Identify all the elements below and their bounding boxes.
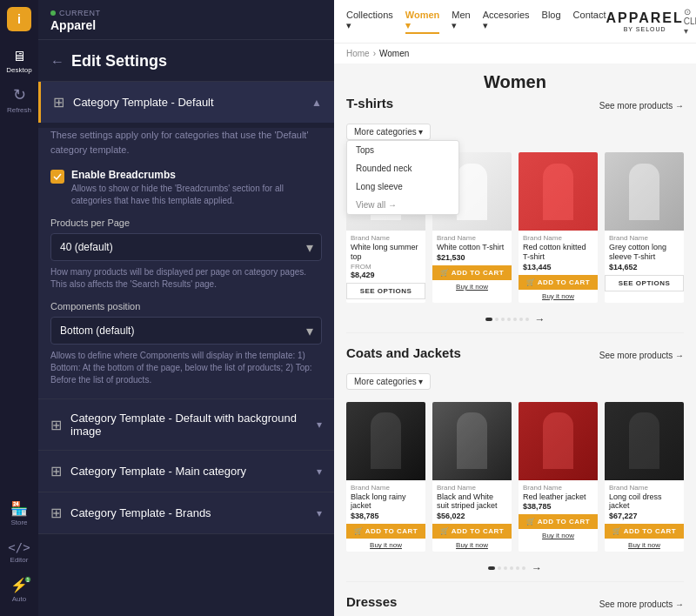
- buy-now-link[interactable]: Buy it now: [519, 290, 598, 303]
- dropdown-view-all[interactable]: View all →: [347, 196, 458, 214]
- breadcrumb-home[interactable]: Home: [346, 49, 370, 58]
- template-brands-header[interactable]: ⊞ Category Template - Brands ▾: [38, 492, 334, 533]
- jackets-section: Coats and Jackets See more products → Mo…: [334, 337, 696, 402]
- store-brand: APPAREL BY SELOUD: [606, 10, 684, 32]
- sidebar-item-store[interactable]: 🏪 Store: [3, 494, 35, 532]
- template-default-section: ⊞ Category Template - Default ▲ These se…: [38, 82, 334, 399]
- nav-men[interactable]: Men ▾: [452, 10, 470, 34]
- product-image: [346, 402, 425, 480]
- pagination-dot: [510, 566, 513, 570]
- template-brands-title: Category Template - Brands: [70, 506, 211, 519]
- chevron-up-icon: ▲: [311, 97, 322, 109]
- product-card: Brand Name Black long rainy jacket $38,7…: [346, 402, 425, 552]
- template-default-content: These settings apply only for categories…: [38, 128, 334, 398]
- product-name: Long coil dress jacket: [609, 492, 679, 512]
- product-card: Brand Name Grey cotton long sleeve T-shi…: [605, 152, 684, 303]
- add-to-cart-button[interactable]: 🛒 ADD TO CART: [605, 524, 684, 539]
- dresses-see-more[interactable]: See more products →: [599, 599, 684, 609]
- sidebar-item-auto[interactable]: ⚡ Auto 1: [3, 571, 35, 609]
- pagination-dot: [495, 318, 499, 321]
- breadcrumbs-desc: Allows to show or hide the 'Breadcrumbs'…: [71, 183, 322, 207]
- product-price: $21,530: [437, 253, 507, 262]
- buy-now-link[interactable]: Buy it now: [432, 539, 512, 552]
- template-main-category-header[interactable]: ⊞ Category Template - Main category ▾: [38, 451, 334, 492]
- breadcrumbs-label: Enable Breadcrumbs: [71, 169, 322, 181]
- product-card: Brand Name Red leather jacket $38,785 🛒 …: [519, 402, 598, 552]
- add-to-cart-button[interactable]: 🛒 ADD TO CART: [519, 514, 598, 529]
- tshirts-header: T-shirts See more products →: [346, 96, 684, 116]
- more-categories-btn[interactable]: More categories ▾: [346, 124, 431, 140]
- add-to-cart-button[interactable]: 🛒 ADD TO CART: [519, 275, 598, 290]
- product-name: White long summer top: [351, 243, 421, 262]
- template-main-category-section: ⊞ Category Template - Main category ▾: [38, 451, 334, 492]
- sidebar-item-refresh[interactable]: ↻ Refresh: [3, 80, 35, 118]
- nav-contact[interactable]: Contact: [573, 10, 606, 34]
- breadcrumb-current: Women: [379, 49, 409, 58]
- sidebar-item-editor[interactable]: </> Editor: [3, 532, 35, 571]
- app-logo: i: [7, 7, 31, 31]
- jackets-see-more[interactable]: See more products →: [599, 351, 684, 360]
- add-to-cart-button[interactable]: 🛒 ADD TO CART: [346, 524, 425, 539]
- chevron-down-icon-4: ▾: [317, 507, 322, 519]
- product-brand: Brand Name: [437, 484, 507, 492]
- add-to-cart-button[interactable]: 🛒 ADD TO CART: [432, 524, 512, 539]
- back-button[interactable]: ←: [50, 54, 64, 70]
- buy-now-link[interactable]: Buy it now: [519, 529, 598, 542]
- pagination-dot: [498, 566, 501, 570]
- product-image: [605, 402, 684, 480]
- components-position-select[interactable]: Bottom (default) Top: [50, 317, 322, 345]
- nav-blog[interactable]: Blog: [542, 10, 561, 34]
- add-to-cart-button[interactable]: 🛒 ADD TO CART: [432, 265, 512, 280]
- buy-now-link[interactable]: Buy it now: [605, 539, 684, 552]
- pagination-dot: [513, 318, 517, 321]
- products-per-page-select-wrapper: 40 (default) 10 20 60 80: [50, 233, 322, 261]
- more-categories-wrapper: More categories ▾ Tops Rounded neck Long…: [346, 124, 431, 140]
- sidebar-editor-label: Editor: [10, 556, 29, 564]
- buy-now-link[interactable]: Buy it now: [346, 539, 425, 552]
- sidebar-item-desktop[interactable]: 🖥 Desktop: [3, 42, 35, 80]
- women-section: Women T-shirts See more products → More …: [334, 64, 696, 152]
- breadcrumb: Home › Women: [334, 44, 696, 64]
- template-default-header[interactable]: ⊞ Category Template - Default ▲: [38, 82, 334, 123]
- products-per-page-select[interactable]: 40 (default) 10 20 60 80: [50, 233, 322, 261]
- see-options-button[interactable]: SEE OPTIONS: [346, 283, 425, 299]
- category-title: Women: [346, 72, 684, 92]
- dresses-section: Dresses See more products →: [334, 586, 696, 616]
- store-nav-right: ⊙ CLP ▾ 🌐 EN ▾ 🔍 Search 👤 Login / Regist…: [684, 7, 696, 36]
- store-icon: 🏪: [10, 500, 28, 517]
- grid-icon-3: ⊞: [50, 463, 62, 479]
- dropdown-tops[interactable]: Tops: [347, 141, 458, 159]
- tshirts-see-more[interactable]: See more products →: [599, 101, 684, 110]
- nav-accessories[interactable]: Accesories ▾: [483, 10, 530, 34]
- status-dot: [50, 10, 56, 16]
- nav-collections[interactable]: Collections ▾: [346, 10, 393, 34]
- checkmark-icon: [53, 172, 62, 181]
- buy-now-link[interactable]: Buy it now: [432, 280, 512, 293]
- dropdown-long-sleeve[interactable]: Long sleeve: [347, 177, 458, 196]
- pagination-next[interactable]: →: [535, 313, 545, 325]
- edit-settings-header: ← Edit Settings: [38, 40, 334, 82]
- template-default-bg-header[interactable]: ⊞ Category Template - Default with backg…: [38, 399, 334, 450]
- jackets-more-btn[interactable]: More categories ▾: [346, 373, 431, 390]
- current-label: Current: [50, 9, 322, 17]
- template-brands-section: ⊞ Category Template - Brands ▾: [38, 492, 334, 534]
- product-from: FROM: [351, 263, 421, 271]
- product-card: Brand Name Black and White suit striped …: [432, 402, 512, 552]
- product-brand: Brand Name: [351, 484, 421, 492]
- product-price: $38,785: [351, 512, 421, 520]
- nav-clp[interactable]: ⊙ CLP ▾: [684, 7, 696, 36]
- components-position-desc: Allows to define where Components will d…: [50, 350, 322, 386]
- product-price: $13,445: [523, 263, 593, 271]
- breadcrumbs-checkbox[interactable]: [50, 170, 64, 184]
- nav-women[interactable]: Women ▾: [405, 10, 440, 34]
- pagination-next[interactable]: →: [532, 562, 542, 574]
- tshirts-pagination: →: [334, 310, 696, 329]
- breadcrumbs-row: Enable Breadcrumbs Allows to show or hid…: [50, 169, 322, 207]
- sidebar-icons: i 🖥 Desktop ↻ Refresh 🏪 Store </> Editor…: [0, 0, 38, 616]
- section-divider: [346, 332, 684, 333]
- see-options-button[interactable]: SEE OPTIONS: [605, 275, 684, 291]
- product-card: Brand Name Long coil dress jacket $67,22…: [605, 402, 684, 552]
- product-brand: Brand Name: [523, 484, 593, 492]
- dropdown-rounded[interactable]: Rounded neck: [347, 159, 458, 177]
- sidebar-auto-label: Auto: [12, 595, 26, 603]
